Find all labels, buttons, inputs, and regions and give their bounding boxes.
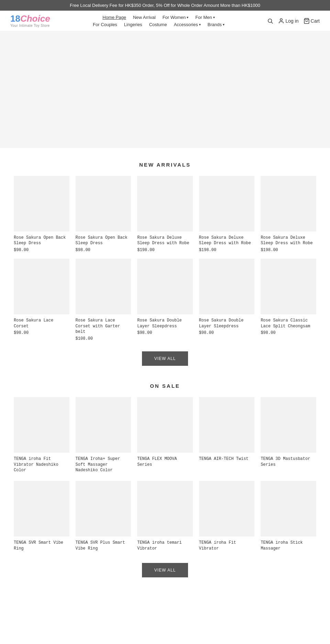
nav-row-1: Home Page New Arrival For Women ▾ For Me… bbox=[102, 15, 214, 20]
product-image bbox=[137, 397, 193, 453]
on-sale-product-3[interactable]: TENGA AIR-TECH Twist bbox=[199, 397, 255, 475]
product-image bbox=[137, 259, 193, 314]
for-women-chevron-icon: ▾ bbox=[187, 15, 188, 19]
hero-banner bbox=[0, 31, 330, 148]
on-sale-product-9[interactable]: TENGA iroha Stick Massager bbox=[261, 481, 316, 553]
nav-for-couples[interactable]: For Couples bbox=[93, 22, 117, 27]
main-nav: Home Page New Arrival For Women ▾ For Me… bbox=[50, 15, 267, 27]
product-price: $98.00 bbox=[137, 330, 193, 335]
product-name: Rose Sakura Double Layer Sleepdress bbox=[199, 318, 255, 329]
product-name: TENGA SVR Smart Vibe Ring bbox=[14, 540, 69, 552]
nav-accessories[interactable]: Accessories ▾ bbox=[174, 22, 201, 27]
product-price: $108.00 bbox=[76, 336, 131, 341]
on-sale-product-0[interactable]: TENGA iroha Fit Vibrator Nadeshiko Color bbox=[14, 397, 69, 475]
product-image bbox=[14, 259, 69, 314]
new-arrival-product-8[interactable]: Rose Sakura Double Layer Sleepdress $98.… bbox=[199, 259, 255, 341]
on-sale-product-2[interactable]: TENGA FLEX MOOVA Series bbox=[137, 397, 193, 475]
product-image bbox=[76, 397, 131, 453]
new-arrival-product-3[interactable]: Rose Sakura Deluxe Sleep Dress with Robe… bbox=[199, 176, 255, 252]
product-price: $98.00 bbox=[199, 330, 255, 335]
new-arrivals-view-all-button[interactable]: VIEW ALL bbox=[142, 351, 188, 366]
new-arrival-product-0[interactable]: Rose Sakura Open Back Sleep Dress $98.00 bbox=[14, 176, 69, 252]
product-image bbox=[76, 481, 131, 536]
product-price: $198.00 bbox=[261, 248, 316, 252]
nav-for-women[interactable]: For Women ▾ bbox=[163, 15, 189, 20]
cart-icon bbox=[304, 18, 310, 24]
on-sale-product-8[interactable]: TENGA iroha Fit Vibrator bbox=[199, 481, 255, 553]
on-sale-product-6[interactable]: TENGA SVR Plus Smart Vibe Ring bbox=[76, 481, 131, 553]
new-arrivals-view-all-wrapper: VIEW ALL bbox=[0, 351, 330, 366]
product-name: Rose Sakura Classic Lace Split Cheongsam bbox=[261, 318, 316, 329]
new-arrival-product-7[interactable]: Rose Sakura Double Layer Sleepdress $98.… bbox=[137, 259, 193, 341]
product-image bbox=[199, 481, 255, 536]
product-name: TENGA AIR-TECH Twist bbox=[199, 456, 255, 462]
product-image bbox=[76, 259, 131, 314]
product-name: Rose Sakura Deluxe Sleep Dress with Robe bbox=[137, 235, 193, 247]
svg-point-0 bbox=[268, 19, 272, 23]
person-icon bbox=[278, 18, 284, 24]
new-arrivals-title: NEW ARRIVALS bbox=[0, 162, 330, 168]
new-arrival-product-4[interactable]: Rose Sakura Deluxe Sleep Dress with Robe… bbox=[261, 176, 316, 252]
nav-costume[interactable]: Costume bbox=[149, 22, 167, 27]
logo[interactable]: 18Choice Your Intimate Toy Store bbox=[10, 14, 50, 27]
product-image bbox=[261, 176, 316, 231]
cart-button[interactable]: Cart bbox=[304, 18, 320, 24]
product-name: TENGA iroha Fit Vibrator bbox=[199, 540, 255, 552]
product-image bbox=[261, 259, 316, 314]
new-arrival-product-1[interactable]: Rose Sakura Open Back Sleep Dress $98.00 bbox=[76, 176, 131, 252]
product-name: Rose Sakura Deluxe Sleep Dress with Robe bbox=[199, 235, 255, 247]
product-price: $98.00 bbox=[261, 330, 316, 335]
product-name: Rose Sakura Deluxe Sleep Dress with Robe bbox=[261, 235, 316, 247]
product-name: Rose Sakura Open Back Sleep Dress bbox=[76, 235, 131, 247]
on-sale-product-7[interactable]: TENGA iroha temari Vibrator bbox=[137, 481, 193, 553]
brands-chevron-icon: ▾ bbox=[223, 23, 224, 26]
on-sale-view-all-button[interactable]: VIEW ALL bbox=[142, 563, 188, 577]
logo-part2: Choice bbox=[20, 13, 50, 24]
product-image bbox=[76, 176, 131, 231]
on-sale-product-4[interactable]: TENGA 3D Mastusbator Series bbox=[261, 397, 316, 475]
nav-lingeries[interactable]: Lingeries bbox=[124, 22, 142, 27]
nav-new-arrival[interactable]: New Arrival bbox=[133, 15, 156, 20]
product-image bbox=[261, 397, 316, 453]
new-arrivals-grid: Rose Sakura Open Back Sleep Dress $98.00… bbox=[0, 176, 330, 341]
product-price: $198.00 bbox=[199, 248, 255, 252]
new-arrival-product-5[interactable]: Rose Sakura Lace Corset $98.00 bbox=[14, 259, 69, 341]
nav-home[interactable]: Home Page bbox=[102, 15, 126, 20]
product-name: TENGA 3D Mastusbator Series bbox=[261, 456, 316, 468]
product-price: $98.00 bbox=[76, 248, 131, 252]
product-name: Rose Sakura Lace Corset with Garter belt bbox=[76, 318, 131, 335]
header-actions: Log in Cart bbox=[267, 18, 320, 24]
svg-line-1 bbox=[272, 22, 273, 23]
product-image bbox=[261, 481, 316, 536]
on-sale-section: ON SALE TENGA iroha Fit Vibrator Nadeshi… bbox=[0, 383, 330, 577]
search-icon bbox=[267, 18, 273, 24]
product-image bbox=[137, 176, 193, 231]
login-button[interactable]: Log in bbox=[278, 18, 298, 24]
new-arrival-product-2[interactable]: Rose Sakura Deluxe Sleep Dress with Robe… bbox=[137, 176, 193, 252]
nav-row-2: For Couples Lingeries Costume Accessorie… bbox=[93, 22, 224, 27]
product-price: $98.00 bbox=[14, 330, 69, 335]
logo-part1: 18 bbox=[10, 13, 20, 24]
accessories-chevron-icon: ▾ bbox=[199, 23, 201, 26]
new-arrival-product-6[interactable]: Rose Sakura Lace Corset with Garter belt… bbox=[76, 259, 131, 341]
on-sale-product-5[interactable]: TENGA SVR Smart Vibe Ring bbox=[14, 481, 69, 553]
product-image bbox=[14, 481, 69, 536]
product-name: TENGA iroha Stick Massager bbox=[261, 540, 316, 552]
nav-brands[interactable]: Brands ▾ bbox=[208, 22, 224, 27]
for-men-chevron-icon: ▾ bbox=[213, 15, 215, 19]
product-name: Rose Sakura Double Layer Sleepdress bbox=[137, 318, 193, 329]
product-name: TENGA iroha Fit Vibrator Nadeshiko Color bbox=[14, 456, 69, 473]
product-image bbox=[199, 176, 255, 231]
new-arrival-product-9[interactable]: Rose Sakura Classic Lace Split Cheongsam… bbox=[261, 259, 316, 341]
logo-tagline: Your Intimate Toy Store bbox=[10, 24, 50, 27]
search-button[interactable] bbox=[267, 18, 273, 24]
on-sale-grid: TENGA iroha Fit Vibrator Nadeshiko Color… bbox=[0, 397, 330, 553]
on-sale-product-1[interactable]: TENGA Iroha+ Super Soft Massager Nadeshi… bbox=[76, 397, 131, 475]
announcement-bar: Free Local Delivery Fee for HK$350 Order… bbox=[0, 0, 330, 11]
on-sale-title: ON SALE bbox=[0, 383, 330, 389]
product-name: Rose Sakura Lace Corset bbox=[14, 318, 69, 329]
nav-for-men[interactable]: For Men ▾ bbox=[195, 15, 214, 20]
product-image bbox=[14, 397, 69, 453]
site-header: 18Choice Your Intimate Toy Store Home Pa… bbox=[0, 11, 330, 31]
product-name: TENGA iroha temari Vibrator bbox=[137, 540, 193, 552]
